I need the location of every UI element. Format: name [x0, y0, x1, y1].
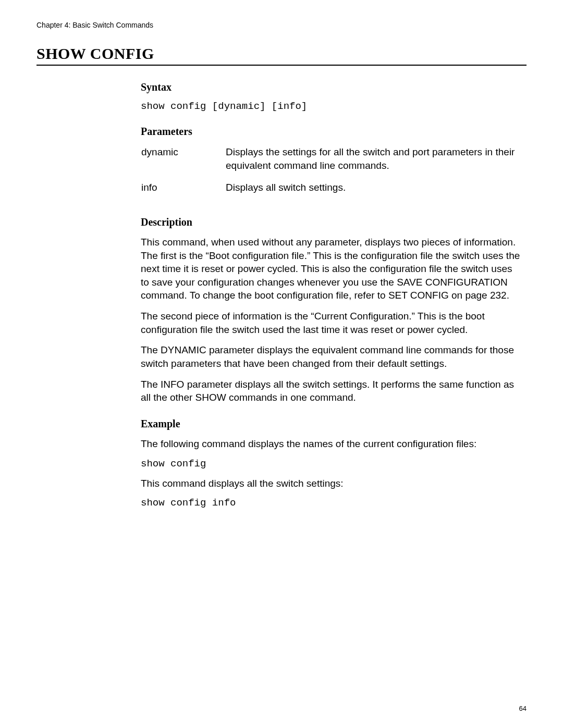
param-desc: Displays the settings for all the switch… [225, 145, 521, 180]
example-code: show config info [141, 497, 521, 509]
example-intro: The following command displays the names… [141, 437, 521, 451]
table-row: dynamic Displays the settings for all th… [141, 145, 521, 180]
description-heading: Description [141, 216, 521, 228]
description-paragraph: The INFO parameter displays all the swit… [141, 378, 521, 404]
parameters-heading: Parameters [141, 126, 521, 138]
description-paragraph: This command, when used without any para… [141, 236, 521, 302]
syntax-code: show config [dynamic] [info] [141, 101, 521, 112]
page: Chapter 4: Basic Switch Commands SHOW CO… [0, 0, 563, 728]
chapter-header: Chapter 4: Basic Switch Commands [36, 21, 527, 29]
param-name: info [141, 180, 225, 203]
example-intro: This command displays all the switch set… [141, 477, 521, 490]
syntax-heading: Syntax [141, 81, 521, 93]
content-area: Syntax show config [dynamic] [info] Para… [141, 81, 521, 509]
description-paragraph: The DYNAMIC parameter displays the equiv… [141, 343, 521, 370]
example-heading: Example [141, 418, 521, 430]
parameters-table: dynamic Displays the settings for all th… [141, 145, 521, 203]
title-rule [36, 65, 527, 66]
table-row: info Displays all switch settings. [141, 180, 521, 203]
description-paragraph: The second piece of information is the “… [141, 310, 521, 336]
example-code: show config [141, 458, 521, 470]
page-number: 64 [519, 705, 527, 712]
page-title: SHOW CONFIG [36, 45, 527, 63]
param-desc: Displays all switch settings. [225, 180, 521, 203]
param-name: dynamic [141, 145, 225, 180]
